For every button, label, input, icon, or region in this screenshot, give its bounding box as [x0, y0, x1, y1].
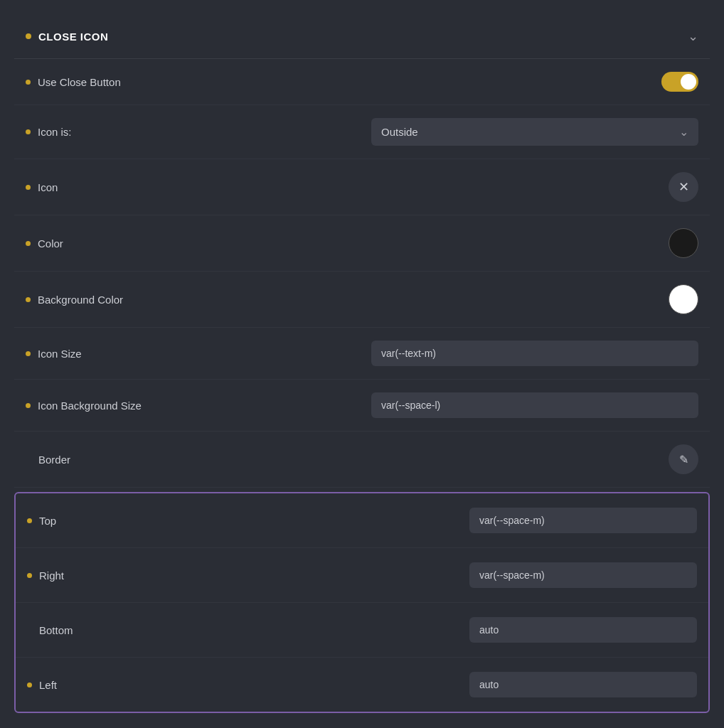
- panel-header: CLOSE ICON ⌄: [14, 14, 710, 59]
- top-label: Top: [27, 515, 56, 527]
- icon-label: Icon: [26, 181, 58, 193]
- header-bullet: [26, 33, 31, 39]
- bottom-row: Bottom auto: [16, 603, 708, 658]
- row-bullet: [27, 682, 32, 687]
- x-icon: ✕: [678, 179, 689, 195]
- icon-background-size-row: Icon Background Size var(--space-l): [14, 380, 710, 432]
- icon-background-size-field[interactable]: var(--space-l): [371, 392, 698, 418]
- icon-x-button[interactable]: ✕: [669, 172, 698, 202]
- dropdown-chevron-icon: ⌄: [679, 125, 688, 139]
- row-bullet: [26, 185, 31, 190]
- row-bullet: [26, 403, 31, 408]
- border-edit-button[interactable]: ✎: [669, 444, 698, 474]
- bottom-field[interactable]: auto: [469, 617, 697, 643]
- use-close-button-toggle[interactable]: [661, 72, 698, 92]
- border-label: Border: [26, 454, 70, 466]
- row-bullet: [26, 241, 31, 246]
- background-color-label: Background Color: [26, 294, 123, 306]
- position-highlighted-section: Top var(--space-m) Right var(--space-m) …: [14, 492, 710, 713]
- color-swatch-black[interactable]: [669, 228, 698, 258]
- right-label: Right: [27, 569, 64, 582]
- use-close-button-row: Use Close Button: [14, 59, 710, 105]
- row-bullet: [26, 351, 31, 356]
- row-bullet: [27, 518, 32, 523]
- bottom-label: Bottom: [27, 624, 73, 636]
- row-bullet: [26, 129, 31, 134]
- icon-size-row: Icon Size var(--text-m): [14, 328, 710, 380]
- use-close-button-label: Use Close Button: [26, 76, 121, 88]
- icon-row: Icon ✕: [14, 159, 710, 215]
- right-field[interactable]: var(--space-m): [469, 562, 697, 588]
- right-row: Right var(--space-m): [16, 548, 708, 603]
- icon-is-dropdown[interactable]: Outside ⌄: [371, 118, 698, 146]
- toggle-thumb: [681, 74, 696, 90]
- pencil-icon: ✎: [679, 453, 688, 466]
- row-bullet: [26, 80, 31, 85]
- row-bullet: [27, 573, 32, 578]
- collapse-chevron-icon[interactable]: ⌄: [688, 28, 698, 44]
- top-field[interactable]: var(--space-m): [469, 508, 697, 533]
- left-label: Left: [27, 679, 57, 691]
- icon-size-field[interactable]: var(--text-m): [371, 341, 698, 366]
- border-row: Border ✎: [14, 432, 710, 488]
- icon-background-size-label: Icon Background Size: [26, 400, 142, 412]
- color-row: Color: [14, 215, 710, 272]
- color-label: Color: [26, 237, 63, 250]
- panel-header-left: CLOSE ICON: [26, 31, 108, 43]
- top-row: Top var(--space-m): [16, 493, 708, 548]
- toggle-track: [661, 72, 698, 92]
- icon-is-row: Icon is: Outside ⌄: [14, 105, 710, 159]
- row-bullet: [26, 297, 31, 302]
- icon-size-label: Icon Size: [26, 348, 82, 360]
- icon-is-label: Icon is:: [26, 126, 72, 138]
- left-row: Left auto: [16, 658, 708, 712]
- background-color-row: Background Color: [14, 272, 710, 328]
- close-icon-panel: CLOSE ICON ⌄ Use Close Button Icon is: O…: [14, 14, 710, 713]
- left-field[interactable]: auto: [469, 672, 697, 697]
- color-swatch-white[interactable]: [669, 284, 698, 314]
- panel-title: CLOSE ICON: [38, 31, 108, 43]
